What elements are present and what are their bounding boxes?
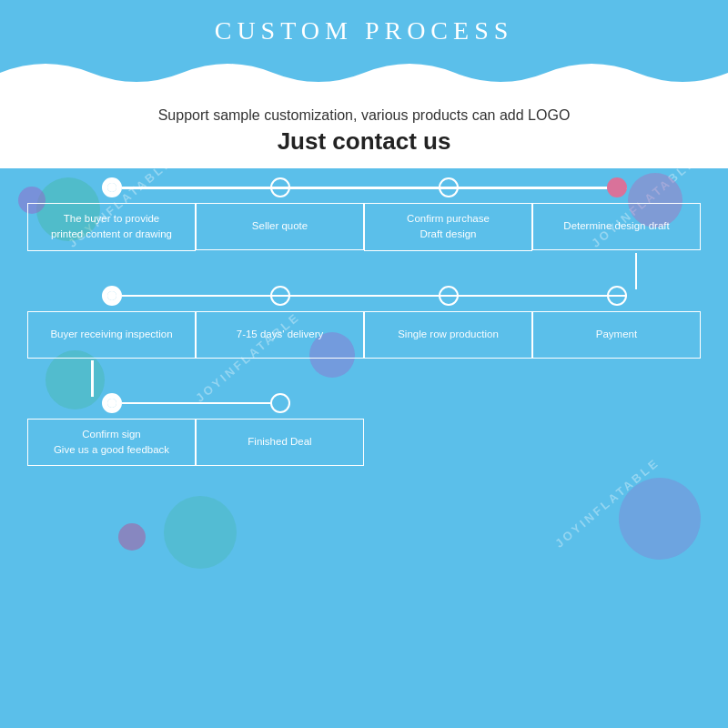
box-7: Single row production — [364, 311, 532, 359]
inner-dot-1 — [107, 183, 116, 192]
circle-3 — [439, 177, 459, 197]
subtitle-text: Support sample customization, various pr… — [18, 107, 710, 124]
watermark-4: JOYINFLATABLE — [552, 455, 662, 550]
box-6: 7-15 days' delivery — [196, 311, 364, 359]
vline-left — [91, 360, 94, 397]
box-8: Payment — [532, 311, 701, 359]
circle-8 — [607, 286, 627, 306]
inner-dot-5 — [107, 291, 116, 300]
cta-text: Just contact us — [18, 127, 710, 156]
box-4: Determine design draft — [532, 203, 701, 250]
box-9: Confirm signGive us a good feedback — [27, 419, 196, 467]
deco-purple-circle-4 — [619, 478, 701, 560]
circle-7 — [439, 286, 459, 306]
flow-content: JOYINFLATABLE JOYINFLATABLE JOYINFLATABL… — [0, 168, 728, 488]
flow-row-2: Payment Single row production 7-15 days'… — [27, 286, 701, 359]
inner-dot-9 — [107, 399, 116, 408]
circle-4 — [607, 177, 627, 197]
row1-hline — [122, 187, 627, 189]
vline-right — [635, 253, 638, 289]
circle-2 — [270, 177, 290, 197]
box-10: Finished Deal — [196, 419, 364, 466]
wave-divider — [0, 55, 728, 91]
page-wrapper: CUSTOM PROCESS Support sample customizat… — [0, 0, 728, 728]
flow-row-1: The buyer to provideprinted content or d… — [27, 177, 701, 251]
empty-11 — [364, 393, 532, 467]
circle-6 — [270, 286, 290, 306]
flow-row-3: Confirm signGive us a good feedback Fini… — [27, 393, 701, 467]
box-5: Buyer receiving inspection — [27, 311, 196, 359]
circle-10 — [270, 393, 290, 413]
box-2: Seller quote — [196, 203, 364, 250]
circle-5 — [102, 286, 122, 306]
empty-12 — [532, 393, 701, 467]
header-section: CUSTOM PROCESS — [0, 0, 728, 55]
box-3: Confirm purchaseDraft design — [364, 203, 532, 251]
deco-pink-circle-1 — [118, 523, 146, 551]
circle-9 — [102, 393, 122, 413]
circle-1 — [102, 177, 122, 197]
row3-hline — [122, 402, 270, 405]
box-1: The buyer to provideprinted content or d… — [27, 203, 196, 251]
page-title: CUSTOM PROCESS — [0, 16, 728, 46]
row2-hline — [122, 295, 627, 298]
subtitle-section: Support sample customization, various pr… — [0, 91, 728, 168]
deco-teal-circle-3 — [164, 496, 237, 569]
